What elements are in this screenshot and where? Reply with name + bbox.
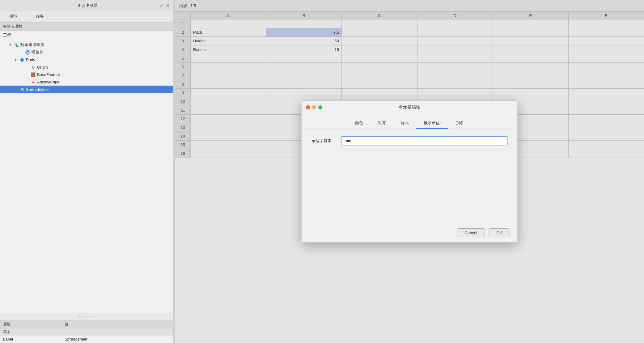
traffic-lights bbox=[306, 105, 322, 109]
helix-label: 阿基米德螺旋 bbox=[20, 42, 44, 48]
helixbody-icon: 🌀 bbox=[25, 49, 30, 55]
body-label: Body bbox=[26, 57, 35, 62]
props-value-label: Spreadsheet bbox=[61, 336, 173, 343]
tree-item-body[interactable]: ▼ 🔷 Body bbox=[0, 56, 173, 63]
unit-string-input[interactable] bbox=[341, 136, 507, 145]
panel-title: 组合浏览器 bbox=[15, 3, 160, 8]
body-icon: 🔷 bbox=[19, 57, 25, 62]
model-tabs: 模型 任务 bbox=[0, 11, 173, 23]
cell-properties-dialog: 单元格属性 颜色 对齐 样式 显示单位: 别名 单位字符串 Cancel OK bbox=[301, 100, 518, 243]
props-key-label: Label bbox=[0, 336, 61, 343]
project-label: 工程 bbox=[0, 31, 173, 40]
right-panel: 内容 7.5 A B C D E F 12Pitch7.53Height504R… bbox=[175, 0, 644, 343]
expand-arrow-body: ▼ bbox=[14, 58, 18, 61]
tree-item-spreadsheet[interactable]: ⊞ Spreadsheet bbox=[0, 86, 173, 93]
props-col-key: 属性 bbox=[0, 320, 61, 328]
ok-button[interactable]: OK bbox=[489, 228, 510, 237]
props-group-row: 基本 bbox=[0, 328, 173, 336]
tree-item-additivepipe[interactable]: › 🔺 AdditivePipe bbox=[0, 78, 173, 86]
tab-tasks[interactable]: 任务 bbox=[27, 11, 53, 22]
expand-arrow-pipe: › bbox=[25, 80, 29, 84]
close-icon[interactable]: ✕ bbox=[166, 3, 170, 8]
tree-item-basefeature[interactable]: 🟫 BaseFeature bbox=[0, 71, 173, 78]
modal-tab-align[interactable]: 对齐 bbox=[371, 118, 393, 129]
origin-icon: ⊕ bbox=[30, 64, 36, 70]
spreadsheet-label: Spreadsheet bbox=[26, 87, 49, 92]
modal-title: 单元格属性 bbox=[399, 104, 420, 110]
modal-tab-color[interactable]: 颜色 bbox=[348, 118, 371, 129]
tree-view: ▼ 🔩 阿基米德螺旋 🌀 螺旋体 ▼ 🔷 Body › ⊕ Origin 🟫 B… bbox=[0, 40, 173, 313]
left-panel: 组合浏览器 ⤢ ✕ 模型 任务 标签 & 属性 工程 ▼ 🔩 阿基米德螺旋 🌀 … bbox=[0, 0, 173, 343]
spreadsheet-icon: ⊞ bbox=[19, 87, 25, 92]
pipe-icon: 🔺 bbox=[30, 79, 36, 85]
base-label: BaseFeature bbox=[37, 72, 60, 77]
tree-item-helix-body[interactable]: 🌀 螺旋体 bbox=[0, 49, 173, 56]
modal-body: 单位字符串 bbox=[302, 129, 517, 223]
props-col-value: 值 bbox=[61, 320, 173, 328]
tree-item-helix[interactable]: ▼ 🔩 阿基米德螺旋 bbox=[0, 41, 173, 49]
divider-dots: ········· bbox=[79, 314, 94, 319]
modal-tab-alias[interactable]: 别名 bbox=[448, 118, 471, 129]
unit-string-label: 单位字符串 bbox=[311, 138, 336, 144]
helix-icon: 🔩 bbox=[14, 42, 19, 48]
modal-tabs: 颜色 对齐 样式 显示单位: 别名 bbox=[302, 114, 517, 129]
modal-tab-style[interactable]: 样式 bbox=[393, 118, 416, 129]
tab-model[interactable]: 模型 bbox=[0, 11, 27, 22]
helixbody-label: 螺旋体 bbox=[32, 49, 44, 55]
properties-table: 属性 值 基本 Label Spreadsheet bbox=[0, 320, 173, 343]
cancel-button[interactable]: Cancel bbox=[457, 228, 485, 237]
attributes-section-header: 标签 & 属性 bbox=[0, 23, 173, 31]
expand-arrow-helix: ▼ bbox=[9, 43, 12, 47]
modal-tab-display-unit[interactable]: 显示单位: bbox=[416, 118, 448, 129]
panel-divider[interactable]: ········· bbox=[0, 313, 173, 320]
properties-section: 属性 值 基本 Label Spreadsheet bbox=[0, 320, 173, 343]
expand-arrow-origin: › bbox=[25, 66, 29, 69]
maximize-traffic-light[interactable] bbox=[318, 105, 322, 109]
origin-label: Origin bbox=[37, 65, 48, 70]
minimize-traffic-light[interactable] bbox=[312, 105, 316, 109]
panel-header: 组合浏览器 ⤢ ✕ bbox=[0, 0, 173, 11]
modal-titlebar: 单元格属性 bbox=[302, 101, 517, 114]
pipe-label: AdditivePipe bbox=[37, 80, 59, 84]
unit-string-row: 单位字符串 bbox=[311, 136, 507, 145]
close-traffic-light[interactable] bbox=[306, 105, 310, 109]
props-data-row: Label Spreadsheet bbox=[0, 336, 173, 343]
modal-overlay: 单元格属性 颜色 对齐 样式 显示单位: 别名 单位字符串 Cancel OK bbox=[175, 0, 644, 343]
modal-footer: Cancel OK bbox=[302, 223, 517, 242]
base-icon: 🟫 bbox=[30, 72, 36, 77]
expand-icon[interactable]: ⤢ bbox=[160, 3, 163, 8]
tree-item-origin[interactable]: › ⊕ Origin bbox=[0, 63, 173, 71]
